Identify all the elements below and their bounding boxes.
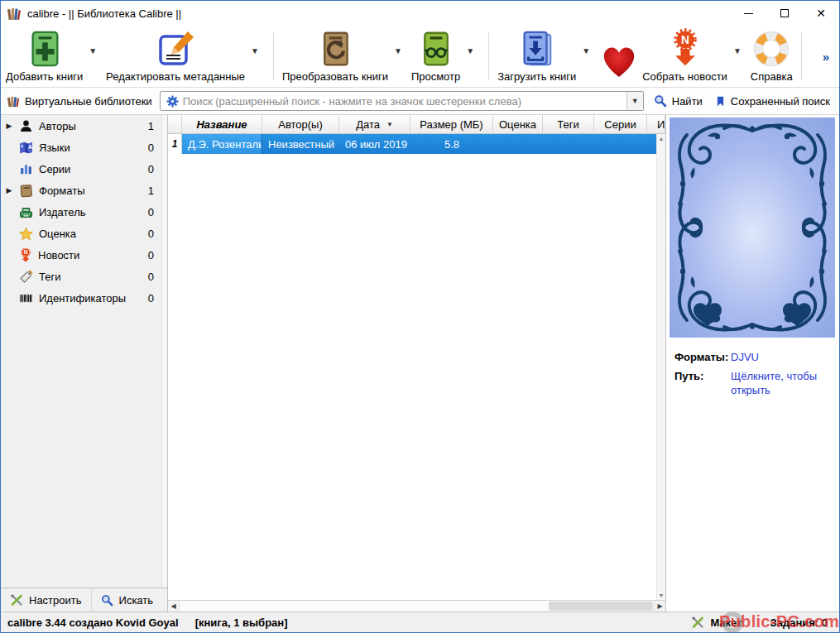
maximize-icon — [780, 9, 789, 17]
titlebar: calibre - || Библиотека Calibre || ✕ — [1, 1, 839, 26]
maximize-button[interactable] — [766, 1, 803, 26]
toolbar-overflow-button[interactable]: » — [816, 50, 836, 64]
sidebar-item-publisher[interactable]: Издатель 0 — [1, 201, 167, 223]
column-header-authors[interactable]: Автор(ы) — [262, 115, 339, 133]
header-gutter — [168, 115, 182, 133]
search-input[interactable] — [183, 95, 626, 108]
convert-books-button[interactable]: Преобразовать книги ▼ — [281, 26, 410, 87]
sidebar-item-rating[interactable]: Оценка 0 — [1, 223, 167, 244]
minimize-button[interactable] — [730, 1, 766, 26]
help-lifebuoy-icon — [754, 28, 789, 70]
column-header-size[interactable]: Размер (МБ) — [410, 115, 493, 133]
jobs-button[interactable]: Задания: 0 — [770, 616, 828, 629]
book-cover[interactable] — [670, 117, 837, 340]
row-number: 1 — [168, 134, 182, 154]
close-button[interactable]: ✕ — [803, 1, 839, 26]
format-link[interactable]: DJVU — [731, 351, 759, 365]
calibre-logo-icon — [7, 7, 22, 21]
cell-size[interactable]: 5.8 — [410, 134, 493, 154]
path-label: Путь: — [674, 370, 731, 398]
edit-metadata-label: Редактировать метаданные — [106, 70, 245, 83]
book-list-empty-area — [168, 154, 665, 600]
scroll-left-icon[interactable]: ◀ — [168, 601, 180, 611]
column-header-rating[interactable]: Оценка — [493, 115, 543, 133]
chevron-down-icon[interactable]: ▼ — [245, 46, 265, 55]
sidebar-search-button[interactable]: Искать — [91, 588, 169, 611]
view-icon — [418, 28, 454, 70]
path-link[interactable]: Щёлкните, чтобы открыть — [731, 370, 831, 398]
bookmark-icon — [715, 95, 726, 108]
toolbar-separator — [488, 32, 489, 80]
expand-caret-icon[interactable]: ▶ — [5, 186, 13, 194]
chevron-down-icon[interactable]: ▼ — [727, 46, 747, 55]
cell-tags[interactable] — [543, 134, 594, 154]
search-history-dropdown[interactable]: ▼ — [626, 92, 643, 110]
chevron-down-icon[interactable]: ▼ — [576, 46, 596, 55]
book-details-text: Форматы: DJVU Путь: Щёлкните, чтобы откр… — [666, 343, 839, 410]
get-books-button[interactable]: Загрузить книги ▼ — [496, 26, 598, 87]
cell-series[interactable] — [594, 134, 647, 154]
donate-button[interactable] — [598, 26, 641, 87]
virtual-libraries-button[interactable]: Виртуальные библиотеки — [7, 95, 152, 108]
column-header-series[interactable]: Серии — [594, 115, 647, 133]
sidebar-search-label: Искать — [119, 594, 154, 607]
sidebar-scrollbar[interactable] — [161, 115, 167, 587]
authors-icon — [19, 119, 33, 133]
sidebar-item-tags[interactable]: Теги 0 — [1, 266, 167, 287]
help-button[interactable]: Справка — [749, 26, 794, 87]
scrollbar-thumb[interactable] — [549, 602, 653, 611]
sidebar-item-formats[interactable]: ▶ Форматы 1 — [1, 180, 167, 201]
saved-search-label: Сохраненный поиск — [731, 95, 830, 108]
vertical-scrollbar[interactable]: ▲ ▼ — [656, 134, 665, 600]
main-toolbar: Добавить книги ▼ Редактировать метаданны… — [1, 26, 839, 88]
add-books-icon — [26, 28, 64, 70]
table-row-selected[interactable]: 1 Д.Э. Розенталь... Неизвестный 06 июл 2… — [168, 134, 665, 154]
configure-button[interactable]: Настроить — [1, 588, 91, 611]
column-header-publisher[interactable]: Издатель — [647, 115, 665, 133]
cell-rating[interactable] — [493, 134, 543, 154]
jobs-label: Задания: 0 — [770, 616, 828, 629]
book-details-panel: Форматы: DJVU Путь: Щёлкните, чтобы откр… — [665, 115, 839, 611]
toolbar-separator — [273, 32, 274, 80]
minimize-icon — [744, 13, 753, 14]
column-header-tags[interactable]: Теги — [543, 115, 594, 133]
tools-icon — [691, 616, 704, 629]
configure-label: Настроить — [29, 594, 82, 607]
view-label: Просмотр — [411, 70, 460, 83]
sidebar-item-news[interactable]: N Новости 0 — [1, 244, 167, 266]
find-button[interactable]: Найти — [651, 94, 705, 108]
add-books-button[interactable]: Добавить книги ▼ — [4, 26, 104, 87]
gear-icon[interactable] — [161, 95, 183, 108]
svg-text:N: N — [681, 34, 689, 46]
chevron-down-icon[interactable]: ▼ — [388, 46, 408, 55]
search-icon — [101, 594, 113, 607]
saved-search-button[interactable]: Сохраненный поиск — [713, 95, 833, 108]
cell-authors[interactable]: Неизвестный — [262, 134, 339, 154]
expand-caret-icon[interactable]: ▶ — [5, 122, 13, 130]
edit-metadata-button[interactable]: Редактировать метаданные ▼ — [104, 26, 266, 87]
chevron-down-icon[interactable]: ▼ — [460, 46, 480, 55]
fetch-news-button[interactable]: N Собрать новости ▼ — [641, 26, 749, 87]
chevron-down-icon[interactable]: ▼ — [83, 46, 103, 55]
cell-title[interactable]: Д.Э. Розенталь... — [182, 134, 262, 154]
svg-text:N: N — [24, 249, 28, 255]
view-button[interactable]: Просмотр ▼ — [410, 26, 482, 87]
search-row: Виртуальные библиотеки — [1, 88, 839, 115]
version-text: calibre 3.44 создано Kovid Goyal — [7, 616, 179, 629]
scroll-up-icon[interactable]: ▲ — [659, 136, 665, 141]
column-header-title[interactable]: Название — [182, 115, 262, 133]
get-books-icon — [518, 28, 556, 70]
sidebar-item-languages[interactable]: A Языки 0 — [1, 137, 167, 158]
book-list-header: Название Автор(ы) Дата▼ Размер (МБ) Оцен… — [168, 115, 665, 134]
sidebar-item-identifiers[interactable]: Идентификаторы 0 — [1, 287, 167, 309]
languages-icon: A — [19, 141, 33, 155]
scroll-right-icon[interactable]: ▶ — [654, 601, 665, 611]
sidebar-item-series[interactable]: Серии 0 — [1, 158, 167, 180]
cell-date[interactable]: 06 июл 2019 — [339, 134, 410, 154]
scroll-down-icon[interactable]: ▼ — [659, 592, 665, 598]
sidebar-item-authors[interactable]: ▶ Авторы 1 — [1, 115, 167, 137]
virtual-libraries-label: Виртуальные библиотеки — [25, 95, 152, 108]
layout-button[interactable]: Макет — [691, 616, 742, 629]
column-header-date[interactable]: Дата▼ — [339, 115, 410, 133]
horizontal-scrollbar[interactable]: ◀ ▶ — [168, 600, 665, 611]
